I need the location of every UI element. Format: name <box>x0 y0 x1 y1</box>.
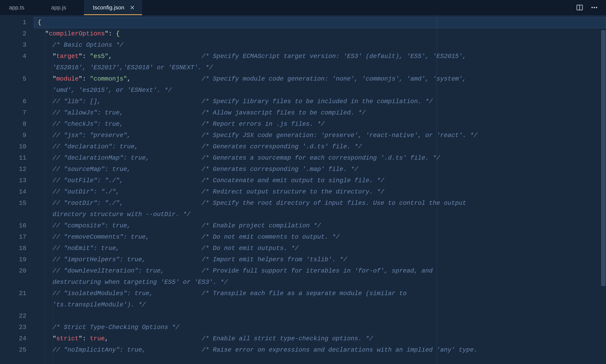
tab-close-placeholder <box>72 5 77 10</box>
code-comment: /* Allow javascript files to be compiled… <box>202 109 365 116</box>
code-line[interactable]: 'ts.transpileModule'). */ <box>34 299 606 311</box>
line-number: 2 <box>0 28 34 39</box>
code-line[interactable]: // "downlevelIteration": true, /* Provid… <box>34 265 606 277</box>
code-line[interactable]: // "checkJs": true, /* Report errors in … <box>34 118 606 130</box>
line-number: 24 <box>0 333 34 344</box>
code-line[interactable]: // "noEmit": true, /* Do not emit output… <box>34 243 606 254</box>
code-comment: /* Generates a sourcemap for each corres… <box>202 155 440 161</box>
line-number: 10 <box>0 141 34 153</box>
line-number: 22 <box>0 311 34 322</box>
code-line[interactable]: // "rootDir": "./", /* Specify the root … <box>34 198 606 209</box>
tab-tsconfig-json[interactable]: tsconfig.json <box>84 0 142 15</box>
line-number <box>0 299 34 311</box>
code-line[interactable]: // "importHelpers": true, /* Import emit… <box>34 254 606 265</box>
gutter: 1234567891011121314151617181920212223242… <box>0 15 34 364</box>
code-line[interactable]: destructuring when targeting 'ES5' or 'E… <box>34 277 606 288</box>
split-editor-icon[interactable] <box>576 3 584 12</box>
code-comment: /* Concatenate and emit output to single… <box>202 177 384 184</box>
code-comment: /* Specify ECMAScript target version: 'E… <box>202 53 470 60</box>
line-number: 18 <box>0 243 34 254</box>
code-comment: /* Enable project compilation */ <box>202 222 321 229</box>
code-line[interactable]: 'umd', 'es2015', or 'ESNext'. */ <box>34 85 606 96</box>
code-comment: /* Enable all strict type-checking optio… <box>202 335 373 342</box>
line-number: 5 <box>0 73 34 85</box>
code-line[interactable]: // "declaration": true, /* Generates cor… <box>34 141 606 153</box>
code-line[interactable]: "compilerOptions": { <box>34 28 606 39</box>
more-icon[interactable] <box>590 3 598 12</box>
code-comment: /* Do not emit comments to output. */ <box>202 234 339 241</box>
code-line[interactable]: directory structure with --outDir. */ <box>34 209 606 220</box>
line-number: 15 <box>0 198 34 209</box>
scrollbar-thumb[interactable] <box>601 30 606 286</box>
line-number <box>0 277 34 288</box>
line-number: 21 <box>0 288 34 299</box>
line-number: 9 <box>0 130 34 141</box>
code-line[interactable]: // "removeComments": true, /* Do not emi… <box>34 232 606 243</box>
line-number: 25 <box>0 344 34 356</box>
code-line[interactable]: /* Basic Options */ <box>34 39 606 51</box>
editor[interactable]: 1234567891011121314151617181920212223242… <box>0 15 606 364</box>
code-line[interactable]: "strict": true, /* Enable all strict typ… <box>34 333 606 344</box>
line-number: 7 <box>0 107 34 118</box>
code-line[interactable]: // "noImplicitAny": true, /* Raise error… <box>34 344 606 356</box>
tab-app-js[interactable]: app.js <box>42 0 84 15</box>
line-number: 3 <box>0 39 34 51</box>
code-comment: /* Report errors in .js files. */ <box>202 121 325 128</box>
code-comment: /* Raise error on expressions and declar… <box>202 347 481 353</box>
close-icon[interactable] <box>130 5 135 10</box>
code-line[interactable]: 'ES2016', 'ES2017','ES2018' or 'ESNEXT'.… <box>34 62 606 73</box>
line-number: 23 <box>0 322 34 333</box>
code-line[interactable]: { <box>34 17 606 28</box>
code-comment: /* Redirect output structure to the dire… <box>202 188 384 195</box>
line-number: 16 <box>0 220 34 232</box>
line-number: 1 <box>0 17 34 28</box>
svg-point-5 <box>593 7 595 8</box>
line-number: 17 <box>0 232 34 243</box>
code-comment: /* Specify JSX code generation: 'preserv… <box>202 132 477 139</box>
line-number: 4 <box>0 51 34 62</box>
code-area[interactable]: { "compilerOptions": { /* Basic Options … <box>34 15 606 364</box>
code-comment: /* Transpile each file as a separate mod… <box>202 290 410 297</box>
code-line[interactable]: "target": "es5", /* Specify ECMAScript t… <box>34 51 606 62</box>
line-number <box>0 85 34 96</box>
code-line[interactable]: "module": "commonjs", /* Specify module … <box>34 73 606 85</box>
line-number: 12 <box>0 164 34 175</box>
line-number <box>0 209 34 220</box>
tab-app-ts[interactable]: app.ts <box>0 0 42 15</box>
tab-label: tsconfig.json <box>93 4 124 11</box>
line-number: 13 <box>0 175 34 186</box>
tab-label: app.ts <box>9 4 25 11</box>
code-line[interactable]: // "allowJs": true, /* Allow javascript … <box>34 107 606 118</box>
line-number: 19 <box>0 254 34 265</box>
line-number: 14 <box>0 186 34 198</box>
code-line[interactable]: // "declarationMap": true, /* Generates … <box>34 153 606 164</box>
svg-point-4 <box>592 7 593 8</box>
code-line[interactable]: // "outDir": "./", /* Redirect output st… <box>34 186 606 198</box>
tab-label: app.js <box>51 4 66 11</box>
code-line[interactable]: // "sourceMap": true, /* Generates corre… <box>34 164 606 175</box>
code-comment: /* Specify library files to be included … <box>202 98 433 105</box>
svg-point-6 <box>596 7 597 8</box>
code-comment: /* Provide full support for iterables in… <box>202 267 437 274</box>
line-number: 6 <box>0 96 34 107</box>
line-number: 11 <box>0 153 34 164</box>
code-comment: /* Generates corresponding '.d.ts' file.… <box>202 143 362 150</box>
code-line[interactable]: // "lib": [], /* Specify library files t… <box>34 96 606 107</box>
code-comment: /* Import emit helpers from 'tslib'. */ <box>202 256 347 263</box>
code-comment: /* Specify module code generation: 'none… <box>202 76 470 82</box>
code-line[interactable]: // "outFile": "./", /* Concatenate and e… <box>34 175 606 186</box>
code-line[interactable]: // "composite": true, /* Enable project … <box>34 220 606 232</box>
code-line[interactable]: // "isolatedModules": true, /* Transpile… <box>34 288 606 299</box>
code-comment: /* Generates corresponding '.map' file. … <box>202 166 358 173</box>
code-comment: /* Specify the root directory of input f… <box>202 200 470 207</box>
tab-actions <box>576 0 606 15</box>
code-line[interactable]: // "jsx": "preserve", /* Specify JSX cod… <box>34 130 606 141</box>
tab-close-placeholder <box>30 5 35 10</box>
code-comment: /* Do not emit outputs. */ <box>202 245 298 252</box>
line-number: 20 <box>0 265 34 277</box>
tabbar-spacer <box>142 0 576 15</box>
tab-bar: app.ts app.js tsconfig.json <box>0 0 606 15</box>
line-number <box>0 62 34 73</box>
code-line[interactable] <box>34 311 606 322</box>
code-line[interactable]: /* Strict Type-Checking Options */ <box>34 322 606 333</box>
